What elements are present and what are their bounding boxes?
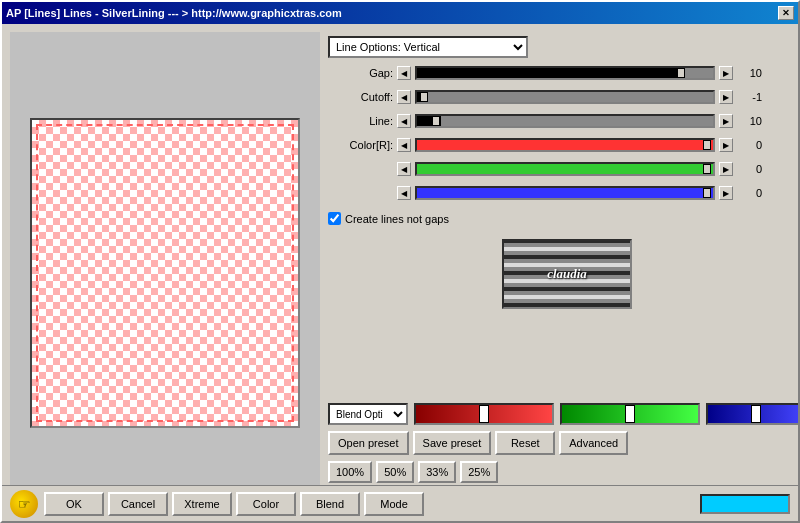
bottom-bar: ☞ OK Cancel Xtreme Color Blend Mode [2,485,798,521]
colorR-left-btn[interactable]: ◀ [397,138,411,152]
33-percent-button[interactable]: 33% [418,461,456,483]
preview-image-container: claudia [328,239,800,309]
colorG-left-btn[interactable]: ◀ [397,162,411,176]
preset-buttons-row: Open preset Save preset Reset Advanced [328,431,800,455]
blend-dropdown-select[interactable]: Blend Opti [328,403,408,425]
colorG-slider-row: ◀ ▶ 0 [328,160,800,178]
colorG-track[interactable] [415,162,715,176]
gap-slider-row: Gap: ◀ ▶ 10 [328,64,800,82]
colorR-slider-row: Color[R]: ◀ ▶ 0 [328,136,800,154]
preview-text: claudia [547,266,587,282]
colorR-value: 0 [737,139,762,151]
line-value: 10 [737,115,762,127]
colorB-right-btn[interactable]: ▶ [719,186,733,200]
gap-label: Gap: [328,67,393,79]
ok-icon: ☞ [10,490,38,518]
gap-left-btn[interactable]: ◀ [397,66,411,80]
colorR-track[interactable] [415,138,715,152]
preview-border [36,124,294,422]
cutoff-track[interactable] [415,90,715,104]
color-button[interactable]: Color [236,492,296,516]
line-slider-row: Line: ◀ ▶ 10 [328,112,800,130]
50-percent-button[interactable]: 50% [376,461,414,483]
red-thumb[interactable] [479,405,489,423]
cutoff-value: -1 [737,91,762,103]
line-options-select[interactable]: Line Options: Vertical [328,36,528,58]
green-thumb[interactable] [625,405,635,423]
title-bar-text: AP [Lines] Lines - SilverLining --- > ht… [6,7,342,19]
line-left-btn[interactable]: ◀ [397,114,411,128]
100-percent-button[interactable]: 100% [328,461,372,483]
gap-value: 10 [737,67,762,79]
blend-row: Blend Opti [328,403,800,425]
main-window: AP [Lines] Lines - SilverLining --- > ht… [0,0,800,523]
green-color-slider[interactable] [560,403,700,425]
blend-button[interactable]: Blend [300,492,360,516]
preview-image: claudia [502,239,632,309]
create-lines-checkbox[interactable] [328,212,341,225]
save-preset-button[interactable]: Save preset [413,431,492,455]
line-track[interactable] [415,114,715,128]
reset-button[interactable]: Reset [495,431,555,455]
blend-dropdown-wrapper: Blend Opti [328,403,408,425]
open-preset-button[interactable]: Open preset [328,431,409,455]
colorB-track[interactable] [415,186,715,200]
mode-button[interactable]: Mode [364,492,424,516]
preview-area [30,118,300,428]
line-label: Line: [328,115,393,127]
title-bar-controls: ✕ [778,6,794,20]
window-title: AP [Lines] Lines - SilverLining --- > ht… [6,7,342,19]
xtreme-button[interactable]: Xtreme [172,492,232,516]
cutoff-label: Cutoff: [328,91,393,103]
advanced-button[interactable]: Advanced [559,431,628,455]
line-options-row: Line Options: Vertical [328,36,800,58]
gap-right-btn[interactable]: ▶ [719,66,733,80]
colorR-label: Color[R]: [328,139,393,151]
gap-track[interactable] [415,66,715,80]
cyan-color-bar [700,494,790,514]
checkbox-row: Create lines not gaps [328,212,800,225]
colorG-value: 0 [737,163,762,175]
title-bar: AP [Lines] Lines - SilverLining --- > ht… [2,2,798,24]
blue-color-slider[interactable] [706,403,800,425]
cutoff-slider-row: Cutoff: ◀ ▶ -1 [328,88,800,106]
colorB-value: 0 [737,187,762,199]
line-right-btn[interactable]: ▶ [719,114,733,128]
colorB-left-btn[interactable]: ◀ [397,186,411,200]
blue-thumb[interactable] [751,405,761,423]
left-panel [10,32,320,513]
right-panel: Line Options: Vertical Gap: ◀ ▶ 10 Cutof… [328,32,800,513]
window-content: Line Options: Vertical Gap: ◀ ▶ 10 Cutof… [2,24,798,521]
red-color-slider[interactable] [414,403,554,425]
ok-button[interactable]: OK [44,492,104,516]
25-percent-button[interactable]: 25% [460,461,498,483]
colorG-right-btn[interactable]: ▶ [719,162,733,176]
close-button[interactable]: ✕ [778,6,794,20]
percent-row: 100% 50% 33% 25% [328,461,800,483]
cutoff-right-btn[interactable]: ▶ [719,90,733,104]
colorB-slider-row: ◀ ▶ 0 [328,184,800,202]
colorR-right-btn[interactable]: ▶ [719,138,733,152]
create-lines-label[interactable]: Create lines not gaps [345,213,449,225]
cancel-button[interactable]: Cancel [108,492,168,516]
cutoff-left-btn[interactable]: ◀ [397,90,411,104]
